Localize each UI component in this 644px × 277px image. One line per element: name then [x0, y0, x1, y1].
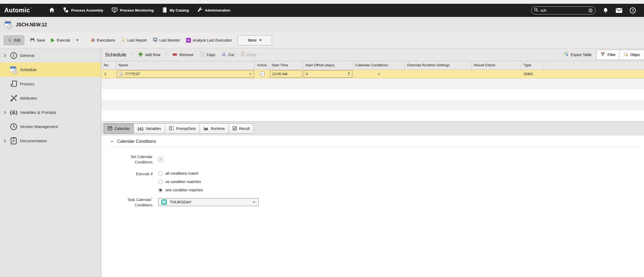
sidebar-item-schedule[interactable]: Schedule [0, 63, 101, 77]
row-number: 1 [104, 72, 106, 76]
col-header-no[interactable]: No. [102, 61, 116, 70]
nav-label: Process Assembly [71, 8, 103, 12]
radio-label: one condition matches [165, 188, 203, 192]
radio-selected-icon [158, 188, 163, 192]
nav-process-monitoring[interactable]: Process Monitoring [111, 7, 154, 14]
object-label: Objec [630, 53, 640, 57]
notifications-bell-icon[interactable] [603, 7, 609, 13]
radio-label: no condition matches [165, 180, 201, 184]
add-row-label: Add Row [145, 53, 160, 57]
detail-tabs-bar: Calendar {&} Variables PromptSets Runtim… [102, 121, 644, 136]
last-report-button[interactable]: Last Report [121, 38, 147, 43]
start-offset-value: 0 [306, 70, 308, 78]
save-button[interactable]: Save [30, 38, 45, 43]
search-input[interactable] [540, 8, 586, 13]
nav-home[interactable] [49, 7, 55, 14]
tab-calendar[interactable]: Calendar [104, 123, 134, 134]
col-header-name[interactable]: Name [116, 61, 255, 70]
nav-label: Process Monitoring [120, 8, 154, 12]
nav-administration[interactable]: Administration [197, 7, 230, 13]
start-offset-input[interactable]: 0 [304, 70, 352, 78]
tab-result[interactable]: Result [229, 123, 254, 134]
spinner-up-icon[interactable] [348, 72, 350, 74]
process-assembly-icon [63, 7, 69, 14]
empty-row [102, 111, 644, 121]
spinner-down-icon[interactable] [348, 74, 350, 76]
tab-label: PromptSets [176, 126, 196, 131]
section-collapse-chevron[interactable] [110, 140, 114, 143]
execute-button[interactable]: Execute [51, 38, 70, 42]
number-spinner[interactable] [347, 71, 351, 76]
sidebar-item-process[interactable]: Process [0, 77, 101, 91]
active-checkbox[interactable]: ✓ [260, 72, 265, 76]
cut-button[interactable]: Cut [222, 52, 234, 57]
chevron-right-icon[interactable] [4, 54, 6, 57]
executions-button[interactable]: Executions [91, 38, 115, 43]
tab-runtime[interactable]: Runtime [200, 123, 229, 134]
sidebar-item-general[interactable]: General [0, 48, 101, 63]
col-header-type[interactable]: Type [521, 61, 544, 70]
analyze-label: Analyze Last Execution [193, 38, 232, 42]
col-header-result-check[interactable]: Result Check [472, 61, 521, 70]
radio-icon [158, 180, 163, 184]
top-navbar: Automic™ Process Assembly Process Monito… [0, 4, 644, 17]
active-cell: ✓ [255, 70, 269, 78]
chevron-down-icon [252, 201, 256, 203]
radio-no-condition-matches[interactable]: no condition matches [158, 178, 203, 186]
col-header-override-runtime[interactable]: Override Runtime Settings [405, 61, 472, 70]
task-calendar-conditions-label: Task Calendar* Conditions [102, 196, 153, 208]
task-calendar-dropdown[interactable]: W THURSDAY [158, 198, 259, 206]
sidebar-item-documentation[interactable]: Documentation [0, 134, 101, 148]
tab-label: Variables [146, 126, 161, 131]
messages-mail-icon[interactable] [616, 8, 623, 13]
type-cell: JOBS [521, 70, 544, 78]
col-header-active[interactable]: Active [255, 61, 269, 70]
copy-button[interactable]: Copy [200, 52, 215, 57]
chevron-right-icon[interactable] [4, 111, 6, 114]
tab-variables[interactable]: {&} Variables [133, 123, 165, 134]
top-strip [0, 0, 644, 4]
sidebar-item-attributes[interactable]: Attributes [0, 91, 101, 105]
radio-label: all conditions match [165, 171, 198, 176]
start-offset-cell: 0 [303, 70, 353, 78]
export-table-button[interactable]: Export Table [564, 52, 592, 57]
name-combobox[interactable]: 777TEST [117, 70, 254, 78]
global-search[interactable] [531, 6, 596, 14]
remove-icon [172, 53, 177, 57]
analyze-last-execution-button[interactable]: AI Analyze Last Execution [186, 38, 232, 43]
override-runtime-cell [405, 70, 472, 78]
start-time-input[interactable]: 12:00 AM [270, 70, 302, 78]
my-catalog-icon [162, 7, 167, 14]
more-button[interactable]: More [238, 35, 272, 45]
nav-my-catalog[interactable]: My Catalog [162, 7, 189, 14]
set-calendar-conditions-checkbox[interactable]: ✓ [158, 157, 163, 162]
export-table-icon [564, 52, 569, 57]
tab-promptsets[interactable]: PromptSets [165, 123, 200, 134]
promptsets-icon [169, 126, 174, 131]
col-header-start-time[interactable]: Start Time [269, 61, 303, 70]
execute-dropdown-chevron[interactable] [76, 39, 79, 41]
schedule-object-icon [4, 20, 13, 29]
help-icon[interactable]: ? [629, 7, 636, 14]
remove-button[interactable]: Remove [172, 53, 193, 57]
paste-button[interactable]: Paste [241, 52, 257, 57]
object-sidebar: General Schedule Process Attributes {&} … [0, 48, 101, 277]
add-row-button[interactable]: Add Row [138, 52, 160, 57]
chevron-right-icon[interactable] [4, 139, 6, 143]
search-clear-icon[interactable] [588, 8, 593, 13]
object-button[interactable]: Objec [619, 50, 644, 60]
last-monitor-button[interactable]: Last Monitor [153, 38, 180, 43]
nav-process-assembly[interactable]: Process Assembly [63, 7, 103, 14]
execute-label: Execute [57, 38, 70, 42]
section-divider [108, 147, 642, 147]
col-header-start-offset[interactable]: Start Offset (days) [303, 61, 353, 70]
table-row[interactable]: 1 777TEST ✓ 12:00 AM 0 ✓ [102, 70, 644, 78]
radio-all-conditions-match[interactable]: all conditions match [158, 169, 203, 178]
radio-one-condition-matches[interactable]: one condition matches [158, 186, 203, 194]
filter-button[interactable]: Filter [596, 50, 620, 60]
calendar-conditions-cell: ✓ [353, 70, 405, 78]
sidebar-item-variables-prompts[interactable]: {&} Variables & Prompts [0, 105, 101, 119]
edit-button[interactable]: Edit [4, 35, 24, 45]
sidebar-item-version-management[interactable]: Version Management [0, 119, 101, 134]
col-header-calendar-conditions[interactable]: Calendar Conditions [353, 61, 405, 70]
